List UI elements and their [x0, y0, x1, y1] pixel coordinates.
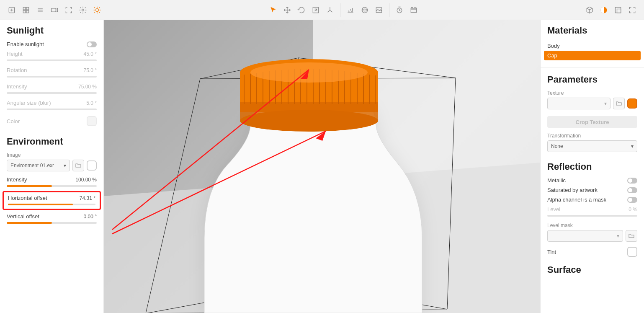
settings-button[interactable]: [76, 3, 90, 17]
focus-button[interactable]: [62, 3, 75, 17]
color-label: Color: [7, 118, 20, 124]
sphere-button[interactable]: [358, 3, 371, 17]
reflection-title: Reflection: [541, 155, 644, 176]
hoff-slider[interactable]: [8, 204, 95, 205]
material-item-cap[interactable]: Cap: [544, 51, 641, 60]
materials-title: Materials: [541, 20, 644, 39]
level-label: Level: [547, 206, 560, 212]
ground-button[interactable]: [344, 3, 357, 17]
voff-label: Vertical offset: [7, 213, 39, 220]
svg-rect-2: [26, 7, 29, 10]
voff-slider[interactable]: [7, 222, 97, 224]
chevron-down-icon: ▾: [631, 143, 634, 149]
metallic-toggle[interactable]: [627, 178, 637, 184]
alpha-toggle[interactable]: [627, 197, 637, 203]
sun-intensity-value: 75.00 %: [78, 84, 97, 90]
svg-point-10: [362, 9, 367, 11]
hoff-label: Horizontal offset: [8, 195, 47, 201]
sun-intensity-slider: [7, 92, 97, 94]
camera-button[interactable]: [48, 3, 61, 17]
level-mask-label: Level mask: [541, 221, 644, 228]
scale-tool[interactable]: [309, 3, 322, 17]
render-button[interactable]: [407, 3, 420, 17]
svg-rect-5: [52, 8, 56, 11]
sunlight-title: Sunlight: [0, 20, 103, 39]
env-intensity-value: 100.00 %: [75, 177, 97, 183]
pointer-tool[interactable]: [266, 3, 280, 17]
chevron-down-icon: ▾: [617, 233, 619, 239]
env-image-label: Image: [0, 150, 103, 158]
move-tool[interactable]: [281, 3, 294, 17]
saturated-label: Saturated by artwork: [547, 187, 598, 193]
texture-label: Texture: [541, 88, 644, 96]
transformation-select[interactable]: None ▾: [547, 140, 637, 152]
height-value: 45.0 °: [84, 51, 97, 57]
env-intensity-slider[interactable]: [7, 185, 97, 187]
svg-rect-1: [23, 7, 26, 10]
material-item-body[interactable]: Body: [544, 41, 641, 51]
texture-select[interactable]: ▾: [547, 98, 611, 109]
cube-view-button[interactable]: [583, 3, 596, 17]
viewport[interactable]: [104, 20, 540, 313]
checker-button[interactable]: [597, 3, 611, 17]
env-image-value: Environment 01.exr: [10, 163, 54, 168]
svg-rect-3: [23, 10, 26, 13]
left-panel: Sunlight Enable sunlight Height 45.0 ° R…: [0, 20, 104, 313]
sun-button[interactable]: [90, 3, 104, 17]
parameters-title: Parameters: [541, 69, 644, 88]
metallic-label: Metallic: [547, 177, 566, 184]
voff-value: 0.00 °: [84, 214, 97, 220]
window-button[interactable]: [611, 3, 625, 17]
svg-rect-16: [617, 9, 621, 13]
surface-title: Surface: [541, 259, 644, 279]
list-button[interactable]: [33, 3, 47, 17]
env-intensity-label: Intensity: [7, 176, 27, 183]
fullscreen-button[interactable]: [626, 3, 639, 17]
viewport-scene: [104, 20, 540, 313]
crop-texture-button: Crop Texture: [547, 116, 637, 128]
env-image-select[interactable]: Environment 01.exr ▾: [7, 160, 70, 171]
svg-point-23: [240, 110, 378, 132]
right-panel: Materials Body Cap Parameters Texture ▾ …: [540, 20, 644, 313]
chevron-down-icon: ▾: [64, 163, 66, 168]
sun-color-swatch: [87, 116, 97, 126]
environment-title: Environment: [0, 128, 103, 150]
axis-tool[interactable]: [323, 3, 337, 17]
rotation-slider: [7, 76, 97, 78]
height-slider: [7, 59, 97, 61]
svg-rect-13: [411, 8, 416, 12]
add-button[interactable]: [5, 3, 18, 17]
level-mask-folder-button[interactable]: [626, 230, 637, 242]
alpha-label: Alpha channel is a mask: [547, 197, 606, 203]
hoff-value: 74.31 °: [80, 195, 95, 201]
saturated-toggle[interactable]: [627, 187, 637, 193]
tint-label: Tint: [547, 249, 556, 255]
svg-point-46: [250, 62, 368, 83]
image-button[interactable]: [372, 3, 386, 17]
svg-rect-4: [26, 10, 29, 13]
svg-point-6: [82, 9, 84, 11]
rotate-tool[interactable]: [295, 3, 308, 17]
toolbar: [0, 0, 644, 20]
transformation-label: Transformation: [541, 131, 644, 139]
enable-sunlight-toggle[interactable]: [87, 41, 97, 47]
svg-point-7: [96, 8, 99, 11]
texture-color-swatch[interactable]: [627, 98, 637, 109]
env-image-folder-button[interactable]: [72, 160, 84, 171]
env-image-swatch[interactable]: [87, 160, 97, 171]
rotation-label: Rotation: [7, 67, 27, 73]
chevron-down-icon: ▾: [604, 101, 607, 106]
grid-button[interactable]: [19, 3, 33, 17]
transformation-value: None: [551, 143, 563, 149]
texture-folder-button[interactable]: [613, 98, 625, 109]
svg-point-9: [362, 7, 367, 13]
time-button[interactable]: [393, 3, 406, 17]
level-value: 0 %: [629, 207, 637, 212]
svg-rect-15: [615, 7, 621, 13]
angular-slider: [7, 109, 97, 110]
level-slider: [547, 215, 637, 217]
tint-swatch[interactable]: [627, 247, 637, 257]
level-mask-select[interactable]: ▾: [547, 230, 623, 242]
horizontal-offset-highlight: Horizontal offset 74.31 °: [3, 191, 101, 210]
enable-sunlight-label: Enable sunlight: [7, 41, 44, 47]
